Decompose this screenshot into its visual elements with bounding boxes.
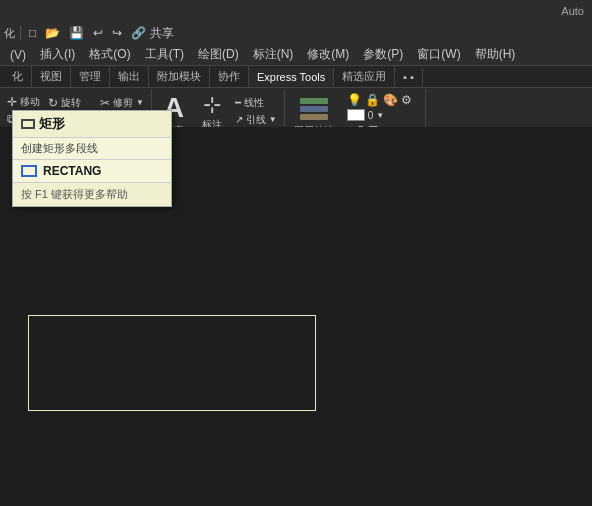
rotate-icon: ↻ <box>48 96 58 110</box>
new-button[interactable]: □ <box>26 25 39 41</box>
menu-dim[interactable]: 标注(N) <box>247 44 300 65</box>
app-label: 化 <box>4 26 15 41</box>
gear-icon[interactable]: ⚙ <box>401 93 412 107</box>
svg-rect-1 <box>300 106 328 112</box>
color-icon: 🎨 <box>383 93 398 107</box>
tab-extra[interactable]: ▪ ▪ <box>395 68 423 86</box>
separator-1 <box>20 26 21 40</box>
tab-express[interactable]: Express Tools <box>249 68 334 86</box>
tab-hua[interactable]: 化 <box>4 66 32 87</box>
tooltip-header: 矩形 <box>13 111 171 138</box>
tab-view[interactable]: 视图 <box>32 66 71 87</box>
tooltip-command: RECTANG <box>43 164 101 178</box>
ribbon-tabs-bar: 化 视图 管理 输出 附加模块 协作 Express Tools 精选应用 ▪ … <box>0 66 592 88</box>
tab-featured[interactable]: 精选应用 <box>334 66 395 87</box>
move-icon: ✛ <box>7 95 17 109</box>
move-button[interactable]: ✛ 移动 <box>4 94 43 110</box>
linetype-label: 线性 <box>244 96 264 110</box>
svg-rect-2 <box>300 114 328 120</box>
trim-icon: ✂ <box>100 96 110 110</box>
menu-bar: (V) 插入(I) 格式(O) 工具(T) 绘图(D) 标注(N) 修改(M) … <box>0 44 592 66</box>
prop-row-light: 💡 🔒 🎨 ⚙ <box>347 93 415 107</box>
color-dropdown[interactable]: ▼ <box>376 111 384 120</box>
prop-row-color: 0 ▼ <box>347 109 415 121</box>
rotate-label: 旋转 <box>61 96 81 110</box>
canvas-rectangle <box>28 315 316 411</box>
linetype-button[interactable]: ━ 线性 <box>232 95 280 111</box>
tab-output[interactable]: 输出 <box>110 66 149 87</box>
menu-window[interactable]: 窗口(W) <box>411 44 466 65</box>
light-icon: 💡 <box>347 93 362 107</box>
menu-format[interactable]: 格式(O) <box>83 44 136 65</box>
color-value: 0 <box>368 110 374 121</box>
layer-icon <box>298 94 330 122</box>
tooltip-command-row: RECTANG <box>13 160 171 183</box>
rotate-button[interactable]: ↻ 旋转 <box>45 95 95 111</box>
color-swatch-white[interactable] <box>347 109 365 121</box>
tab-addons[interactable]: 附加模块 <box>149 66 210 87</box>
share-icon[interactable]: 🔗 共享 <box>128 24 176 43</box>
lock-icon: 🔒 <box>365 93 380 107</box>
title-bar: Auto <box>0 0 592 22</box>
menu-v[interactable]: (V) <box>4 46 32 64</box>
menu-insert[interactable]: 插入(I) <box>34 44 81 65</box>
redo-button[interactable]: ↪ <box>109 25 125 41</box>
menu-help[interactable]: 帮助(H) <box>469 44 522 65</box>
leader-label: 引线 <box>246 113 266 127</box>
svg-rect-0 <box>300 98 328 104</box>
tooltip-rect-icon <box>21 119 35 129</box>
trim-button[interactable]: ✂ 修剪 ▼ <box>97 95 147 111</box>
trim-label: 修剪 <box>113 96 133 110</box>
menu-tools[interactable]: 工具(T) <box>139 44 190 65</box>
open-button[interactable]: 📂 <box>42 25 63 41</box>
title-text: Auto <box>561 5 584 17</box>
leader-dropdown[interactable]: ▼ <box>269 115 277 124</box>
tooltip-subtitle: 创建矩形多段线 <box>13 138 171 160</box>
leader-icon: ↗ <box>235 114 243 125</box>
leader-button[interactable]: ↗ 引线 ▼ <box>232 112 280 128</box>
tooltip-cmd-icon <box>21 165 37 177</box>
tab-manage[interactable]: 管理 <box>71 66 110 87</box>
quick-access-bar: 化 □ 📂 💾 ↩ ↪ 🔗 共享 <box>0 22 592 44</box>
tooltip-popup: 矩形 创建矩形多段线 RECTANG 按 F1 键获得更多帮助 <box>12 110 172 207</box>
mark-icon: ⊹ <box>203 94 221 116</box>
menu-modify[interactable]: 修改(M) <box>301 44 355 65</box>
move-label: 移动 <box>20 95 40 109</box>
undo-button[interactable]: ↩ <box>90 25 106 41</box>
tooltip-help: 按 F1 键获得更多帮助 <box>13 183 171 206</box>
save-button[interactable]: 💾 <box>66 25 87 41</box>
menu-draw[interactable]: 绘图(D) <box>192 44 245 65</box>
tooltip-title: 矩形 <box>39 115 65 133</box>
linetype-icon: ━ <box>235 97 241 108</box>
trim-dropdown[interactable]: ▼ <box>136 98 144 107</box>
menu-param[interactable]: 参数(P) <box>357 44 409 65</box>
tab-collab[interactable]: 协作 <box>210 66 249 87</box>
